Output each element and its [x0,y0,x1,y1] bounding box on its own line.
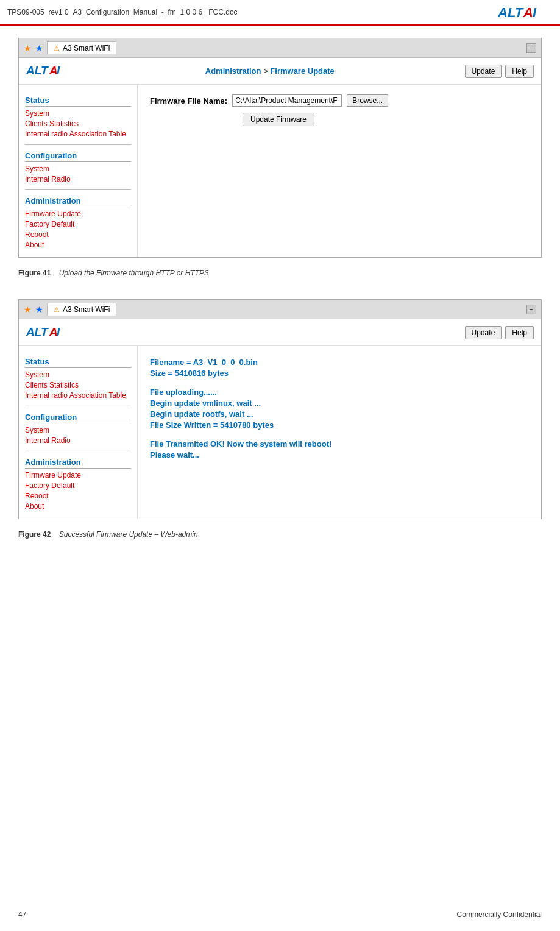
status-written: File Size Written = 5410780 bytes [150,420,529,430]
status-please-wait: Please wait... [150,450,529,459]
doc-title: TPS09-005_rev1 0_A3_Configuration_Manual… [7,8,238,16]
browse-button[interactable]: Browse... [347,94,388,107]
browser-window-2: ★ ★ ⚠ A3 Smart WiFi − ALT A I Upd [18,299,542,519]
status-filename: Filename = A3_V1_0_0_0.bin [150,358,529,367]
browser-tab-1[interactable]: ⚠ A3 Smart WiFi [47,41,116,54]
tab-warning-icon: ⚠ [54,44,60,52]
update-button-1[interactable]: Update [465,65,502,78]
figure-42-caption: Figure 42 Successful Firmware Update – W… [18,530,542,539]
sidebar-item-clients-1[interactable]: Clients Statistics [25,119,131,128]
nav-sep-1: > [261,66,271,76]
svg-text:I: I [57,64,60,77]
sidebar-item-about-1[interactable]: About [25,241,131,249]
sidebar-divider-1b [25,189,131,190]
browser-window-1: ★ ★ ⚠ A3 Smart WiFi − ALT A I Adm [18,38,542,258]
status-size: Size = 5410816 bytes [150,369,529,378]
firmware-file-input[interactable] [232,94,342,107]
svg-text:ALT: ALT [498,5,524,20]
status-spacer-2 [150,431,529,437]
sidebar-item-internal-radio-2[interactable]: Internal Radio [25,436,131,445]
sidebar-item-internal-radio-1[interactable]: Internal Radio [25,175,131,183]
config-section-title-2: Configuration [25,412,131,423]
status-transmit-ok: File Transmited OK! Now the system will … [150,439,529,448]
svg-text:A: A [523,5,533,20]
svg-text:ALT: ALT [26,64,49,77]
spacer-1 [18,289,542,299]
status-uploading: File uploading...... [150,388,529,397]
sidebar-item-factory-1[interactable]: Factory Default [25,220,131,228]
browser-close-2[interactable]: − [526,305,536,314]
svg-text:I: I [57,325,60,338]
web-admin-1: ALT A I Administration > Firmware Update… [19,58,541,257]
sidebar-item-clients-2[interactable]: Clients Statistics [25,381,131,389]
content-panel-2: Filename = A3_V1_0_0_0.bin Size = 541081… [138,346,541,519]
sidebar-item-system-1[interactable]: System [25,109,131,118]
sidebar-item-assoc-2[interactable]: Internal radio Association Table [25,391,131,400]
help-button-1[interactable]: Help [505,65,534,78]
status-spacer-1 [150,380,529,386]
figure-41-caption: Figure 41 Upload the Firmware through HT… [18,269,542,277]
sidebar-item-config-system-2[interactable]: System [25,426,131,434]
status-vmlinux: Begin update vmlinux, wait ... [150,398,529,408]
tab-label-2: A3 Smart WiFi [63,305,110,314]
config-section-title-1: Configuration [25,151,131,162]
star-icon-4[interactable]: ★ [35,305,43,314]
sidebar-2: Status System Clients Statistics Interna… [19,346,138,519]
web-admin-body-1: Status System Clients Statistics Interna… [19,85,541,257]
web-admin-buttons-2: Update Help [465,326,534,339]
firmware-label: Firmware File Name: [150,96,227,105]
sidebar-item-reboot-1[interactable]: Reboot [25,230,131,239]
web-admin-buttons-1: Update Help [465,65,534,78]
status-section-title-1: Status [25,96,131,107]
browser-titlebar-2: ★ ★ ⚠ A3 Smart WiFi − [19,300,541,319]
web-admin-2: ALT A I Update Help Status System Client… [19,319,541,519]
admin-section-title-2: Administration [25,458,131,469]
status-section-title-2: Status [25,357,131,368]
sidebar-item-factory-2[interactable]: Factory Default [25,481,131,490]
sidebar-item-assoc-1[interactable]: Internal radio Association Table [25,130,131,138]
web-admin-header-1: ALT A I Administration > Firmware Update… [19,58,541,85]
content-panel-1: Firmware File Name: Browse... Update Fir… [138,85,541,257]
nav-page-1: Firmware Update [270,66,334,76]
sidebar-item-about-2[interactable]: About [25,502,131,511]
sidebar-item-system-2[interactable]: System [25,370,131,379]
star-icon-2[interactable]: ★ [35,43,43,53]
star-icon-3[interactable]: ★ [24,305,32,314]
web-admin-header-2: ALT A I Update Help [19,319,541,346]
web-admin-logo-1: ALT A I [26,63,75,79]
status-rootfs: Begin update rootfs, wait ... [150,409,529,419]
footer-confidential: Commercially Confidential [457,910,542,919]
sidebar-item-reboot-2[interactable]: Reboot [25,492,131,500]
star-icon-1[interactable]: ★ [24,43,32,53]
sidebar-item-config-system-1[interactable]: System [25,165,131,173]
footer-page-number: 47 [18,910,26,919]
figure-41-number: Figure 41 [18,269,51,277]
update-firmware-button[interactable]: Update Firmware [243,113,314,126]
doc-header: TPS09-005_rev1 0_A3_Configuration_Manual… [0,0,560,26]
firmware-form-row: Firmware File Name: Browse... [150,94,529,107]
sidebar-item-firmware-1[interactable]: Firmware Update [25,210,131,218]
web-admin-body-2: Status System Clients Statistics Interna… [19,346,541,519]
figure-41-text: Upload the Firmware through HTTP or HTTP… [59,269,209,277]
browser-titlebar-1: ★ ★ ⚠ A3 Smart WiFi − [19,38,541,58]
browser-tab-2[interactable]: ⚠ A3 Smart WiFi [47,303,116,316]
sidebar-divider-2a [25,406,131,406]
altai-logo-header: ALT A I [498,4,553,21]
sidebar-item-firmware-2[interactable]: Firmware Update [25,471,131,480]
sidebar-1: Status System Clients Statistics Interna… [19,85,138,257]
admin-section-title-1: Administration [25,196,131,207]
update-button-2[interactable]: Update [465,326,502,339]
web-admin-nav-1: Administration > Firmware Update [205,66,335,76]
help-button-2[interactable]: Help [505,326,534,339]
svg-text:I: I [533,5,537,20]
main-content: ★ ★ ⚠ A3 Smart WiFi − ALT A I Adm [0,26,560,563]
sidebar-divider-2b [25,451,131,451]
page-footer: 47 Commercially Confidential [0,910,560,919]
tab-label-1: A3 Smart WiFi [63,44,110,52]
sidebar-divider-1a [25,144,131,145]
browser-close-1[interactable]: − [526,43,536,53]
nav-section-1: Administration [205,66,261,76]
web-admin-logo-2: ALT A I [26,324,75,341]
figure-42-text: Successful Firmware Update – Web-admin [59,530,198,539]
update-firmware-wrapper: Update Firmware [240,113,529,126]
